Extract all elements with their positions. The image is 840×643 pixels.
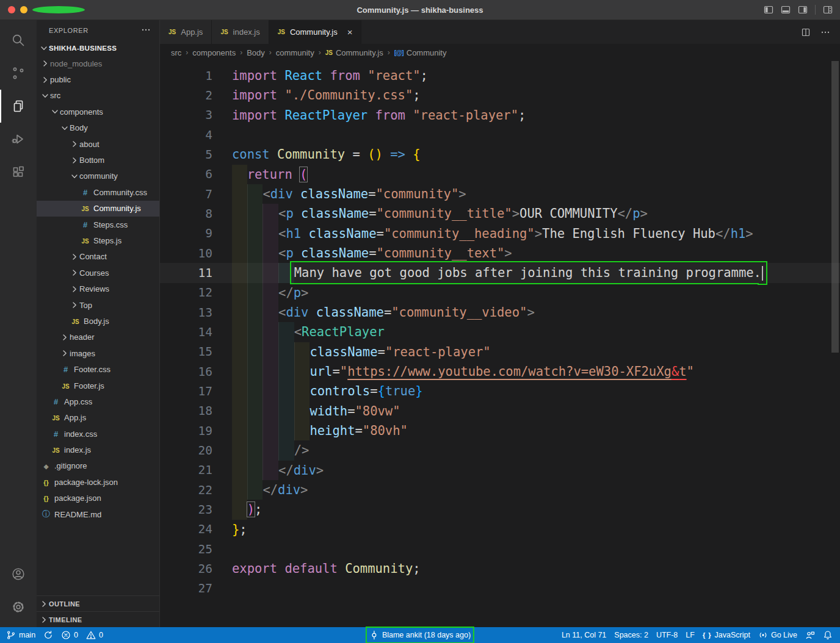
activity-extensions-icon[interactable] — [0, 156, 37, 189]
breadcrumb-item-community[interactable]: community — [276, 48, 314, 57]
code-line-22[interactable]: 22 </div> — [160, 480, 840, 500]
code-line-3[interactable]: 3import ReactPlayer from "react-player"; — [160, 106, 840, 125]
close-window-button[interactable] — [8, 6, 15, 13]
code-line-4[interactable]: 4 — [160, 125, 840, 145]
status-encoding[interactable]: UTF-8 — [656, 631, 678, 639]
code-line-6[interactable]: 6 return ( — [160, 165, 840, 184]
code-line-18[interactable]: 18 width="80vw" — [160, 401, 840, 421]
activity-source-control-icon[interactable] — [0, 57, 37, 90]
tree-item-Top[interactable]: Top — [37, 297, 159, 313]
tree-item-src[interactable]: src — [37, 88, 159, 104]
activity-account-icon[interactable] — [0, 558, 37, 591]
tab-index.js[interactable]: JSindex.js — [212, 20, 269, 44]
status-notifications[interactable] — [823, 630, 833, 640]
tree-item-App.js[interactable]: JSApp.js — [37, 410, 159, 426]
zoom-window-button[interactable] — [32, 6, 85, 13]
code-line-24[interactable]: 24}; — [160, 520, 840, 539]
code-line-14[interactable]: 14 <ReactPlayer — [160, 322, 840, 342]
breadcrumb-item-components[interactable]: components — [192, 48, 236, 57]
tree-item-Bottom[interactable]: Bottom — [37, 152, 159, 168]
code-line-12[interactable]: 12 </p> — [160, 283, 840, 303]
breadcrumb-item-Body[interactable]: Body — [247, 48, 265, 57]
close-tab-icon[interactable]: × — [347, 27, 353, 37]
more-actions-icon[interactable] — [820, 27, 830, 37]
code-line-10[interactable]: 10 <p className="community__text"> — [160, 243, 840, 263]
tree-item-index.js[interactable]: JSindex.js — [37, 442, 159, 458]
code-line-13[interactable]: 13 <div className="community__video"> — [160, 303, 840, 322]
status-cursor-position[interactable]: Ln 11, Col 71 — [562, 631, 606, 639]
tree-item-Body.js[interactable]: JSBody.js — [37, 313, 159, 329]
layout-sidebar-left-icon[interactable] — [764, 5, 773, 15]
status-errors[interactable]: 0 — [61, 630, 78, 640]
status-warnings[interactable]: 0 — [86, 630, 103, 640]
tree-item-Community.js[interactable]: JSCommunity.js — [37, 201, 159, 217]
status-language-mode[interactable]: { }JavaScript — [703, 631, 750, 639]
minimize-window-button[interactable] — [20, 6, 27, 13]
tree-item-Body[interactable]: Body — [37, 120, 159, 136]
code-line-5[interactable]: 5const Community = () => { — [160, 145, 840, 164]
status-indentation[interactable]: Spaces: 2 — [614, 631, 648, 639]
tree-item-Steps.css[interactable]: #Steps.css — [37, 217, 159, 232]
tree-item-.gitignore[interactable]: ◆.gitignore — [37, 458, 159, 474]
tab-Community.js[interactable]: JSCommunity.js× — [269, 20, 362, 44]
code-line-26[interactable]: 26export default Community; — [160, 559, 840, 578]
tree-item-Steps.js[interactable]: JSSteps.js — [37, 232, 159, 248]
layout-panel-icon[interactable] — [781, 5, 791, 15]
explorer-root-folder[interactable]: SHIKHA-BUSINESS — [37, 41, 159, 56]
code-line-25[interactable]: 25 — [160, 539, 840, 559]
layout-customize-icon[interactable] — [823, 5, 833, 15]
layout-sidebar-right-icon[interactable] — [798, 5, 808, 15]
code-line-19[interactable]: 19 height="80vh" — [160, 421, 840, 440]
breadcrumb-item-src[interactable]: src — [171, 48, 181, 57]
code-line-27[interactable]: 27 — [160, 579, 840, 598]
tree-item-about[interactable]: about — [37, 136, 159, 152]
status-sync[interactable] — [43, 630, 53, 640]
code-line-9[interactable]: 9 <h1 className="community__heading">The… — [160, 224, 840, 243]
tree-item-index.css[interactable]: #index.css — [37, 426, 159, 442]
tree-item-package-lock.json[interactable]: {}package-lock.json — [37, 474, 159, 490]
code-line-7[interactable]: 7 <div className="community"> — [160, 184, 840, 204]
status-git-blame[interactable]: Blame ankit (18 days ago) — [369, 630, 471, 640]
status-go-live[interactable]: Go Live — [758, 630, 797, 640]
tree-item-community[interactable]: community — [37, 168, 159, 184]
tab-App.js[interactable]: JSApp.js — [160, 20, 212, 44]
status-eol[interactable]: LF — [686, 631, 695, 639]
code-line-20[interactable]: 20 /> — [160, 440, 840, 460]
tree-item-package.json[interactable]: {}package.json — [37, 490, 159, 506]
tree-item-Footer.js[interactable]: JSFooter.js — [37, 378, 159, 393]
code-line-17[interactable]: 17 controls={true} — [160, 381, 840, 401]
code-line-8[interactable]: 8 <p className="community__title">OUR CO… — [160, 204, 840, 223]
code-line-16[interactable]: 16 url="https://www.youtube.com/watch?v=… — [160, 362, 840, 381]
activity-search-icon[interactable] — [0, 24, 37, 57]
activity-run-debug-icon[interactable] — [0, 123, 37, 156]
tree-item-README.md[interactable]: ⓘREADME.md — [37, 506, 159, 522]
activity-settings-icon[interactable] — [0, 591, 37, 623]
tree-item-App.css[interactable]: #App.css — [37, 393, 159, 409]
panel-outline[interactable]: OUTLINE — [37, 595, 159, 611]
panel-timeline[interactable]: TIMELINE — [37, 611, 159, 627]
tree-item-Community.css[interactable]: #Community.css — [37, 184, 159, 200]
code-line-21[interactable]: 21 </div> — [160, 461, 840, 480]
tree-item-public[interactable]: public — [37, 71, 159, 87]
code-line-15[interactable]: 15 className="react-player" — [160, 342, 840, 362]
split-editor-icon[interactable] — [801, 27, 811, 37]
tree-item-Contact[interactable]: Contact — [37, 249, 159, 265]
code-line-2[interactable]: 2import "./Community.css"; — [160, 85, 840, 105]
code-line-11[interactable]: 11 Many have got good jobs after joining… — [160, 263, 840, 282]
activity-explorer-icon[interactable] — [0, 90, 37, 123]
code-line-1[interactable]: 1import React from "react"; — [160, 66, 840, 85]
code-editor[interactable]: 1import React from "react";2import "./Co… — [160, 61, 840, 627]
tree-item-Footer.css[interactable]: #Footer.css — [37, 361, 159, 377]
tree-item-node_modules[interactable]: node_modules — [37, 56, 159, 71]
tree-item-header[interactable]: header — [37, 329, 159, 345]
breadcrumb-item-Community[interactable]: [@]Community — [394, 48, 447, 57]
tree-item-images[interactable]: images — [37, 345, 159, 361]
status-feedback[interactable] — [805, 630, 815, 640]
explorer-more-actions-icon[interactable] — [141, 25, 151, 36]
tree-item-Courses[interactable]: Courses — [37, 265, 159, 281]
tree-item-Reviews[interactable]: Reviews — [37, 281, 159, 296]
code-line-23[interactable]: 23 ); — [160, 500, 840, 519]
vertical-scrollbar[interactable] — [831, 61, 839, 353]
breadcrumb-item-Community.js[interactable]: JSCommunity.js — [325, 48, 383, 57]
tree-item-components[interactable]: components — [37, 104, 159, 120]
